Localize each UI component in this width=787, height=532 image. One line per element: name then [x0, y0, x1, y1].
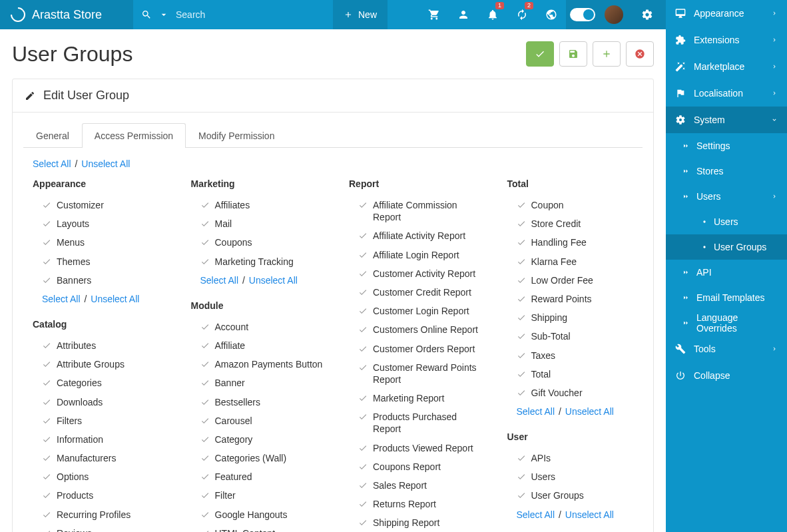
avatar[interactable] — [605, 5, 623, 24]
perm-item[interactable]: Shipping — [507, 308, 643, 327]
perm-item[interactable]: Filter — [191, 486, 327, 505]
toggle-switch[interactable] — [570, 8, 595, 21]
perm-item[interactable]: Customer Activity Report — [349, 264, 485, 283]
perm-item[interactable]: HTML Content — [191, 524, 327, 532]
search-icon[interactable] — [141, 9, 152, 20]
perm-item[interactable]: Bestsellers — [191, 393, 327, 411]
perm-item[interactable]: Reward Points — [507, 290, 643, 308]
perm-item[interactable]: Total — [507, 365, 643, 384]
sidebar-item-localisation[interactable]: Localisation — [666, 80, 787, 107]
delete-button[interactable] — [626, 41, 654, 67]
perm-item[interactable]: Affiliate Login Report — [349, 246, 485, 264]
perm-item[interactable]: Affiliate Commission Report — [349, 196, 485, 226]
tab-access-permission[interactable]: Access Permission — [82, 123, 186, 148]
perm-item[interactable]: Manufacturers — [33, 449, 168, 467]
select-all-link[interactable]: Select All — [42, 294, 81, 304]
sidebar-item-api[interactable]: API — [666, 260, 787, 285]
perm-item[interactable]: Products Viewed Report — [349, 439, 485, 457]
select-all-link[interactable]: Select All — [33, 158, 71, 169]
notifications-button[interactable]: 1 — [478, 0, 507, 29]
perm-item[interactable]: Sales Report — [349, 476, 485, 495]
select-all-link[interactable]: Select All — [517, 406, 555, 417]
perm-item[interactable]: Coupons Report — [349, 457, 485, 476]
sidebar-item-language-overrides[interactable]: Language Overrides — [666, 310, 787, 336]
sidebar-item-system[interactable]: System — [666, 107, 787, 133]
perm-item[interactable]: Account — [191, 318, 327, 336]
refresh-button[interactable]: 2 — [507, 0, 537, 29]
search-input[interactable] — [176, 9, 309, 20]
brand[interactable]: Arastta Store — [0, 0, 133, 29]
unselect-all-link[interactable]: Unselect All — [249, 275, 298, 286]
perm-item[interactable]: Google Hangouts — [191, 505, 327, 524]
perm-item[interactable]: Products — [33, 486, 168, 505]
perm-item[interactable]: Customer Reward Points Report — [349, 358, 485, 389]
save-apply-button[interactable] — [526, 41, 554, 67]
perm-item[interactable]: Options — [33, 467, 168, 486]
unselect-all-link[interactable]: Unselect All — [81, 158, 130, 169]
sidebar-item-users[interactable]: Users — [666, 209, 787, 234]
perm-item[interactable]: Downloads — [33, 393, 168, 411]
perm-item[interactable]: Categories — [33, 374, 168, 392]
save-button[interactable] — [559, 41, 587, 67]
perm-item[interactable]: Handling Fee — [507, 233, 643, 252]
perm-item[interactable]: Customers Online Report — [349, 320, 485, 339]
sidebar-item-settings[interactable]: Settings — [666, 133, 787, 158]
perm-item[interactable]: Attribute Groups — [33, 355, 168, 374]
perm-item[interactable]: Layouts — [33, 214, 168, 233]
perm-item[interactable]: Users — [507, 467, 643, 486]
perm-item[interactable]: Reviews — [33, 524, 168, 532]
perm-item[interactable]: Customer Login Report — [349, 302, 485, 320]
tab-general[interactable]: General — [23, 123, 82, 148]
perm-item[interactable]: Returns Report — [349, 495, 485, 513]
perm-item[interactable]: Featured — [191, 467, 327, 486]
unselect-all-link[interactable]: Unselect All — [565, 406, 614, 417]
perm-item[interactable]: Menus — [33, 233, 168, 252]
perm-item[interactable]: Customizer — [33, 196, 168, 214]
perm-item[interactable]: User Groups — [507, 486, 643, 505]
perm-item[interactable]: Categories (Wall) — [191, 449, 327, 467]
select-all-link[interactable]: Select All — [517, 509, 555, 520]
perm-item[interactable]: Information — [33, 430, 168, 449]
perm-item[interactable]: Products Purchased Report — [349, 407, 485, 438]
perm-item[interactable]: Mail — [191, 214, 327, 233]
sidebar-item-users[interactable]: Users — [666, 184, 787, 209]
perm-item[interactable]: Coupon — [507, 196, 643, 214]
perm-item[interactable]: Customer Orders Report — [349, 340, 485, 358]
perm-item[interactable]: Themes — [33, 252, 168, 271]
perm-item[interactable]: APIs — [507, 449, 643, 467]
perm-item[interactable]: Carousel — [191, 411, 327, 430]
perm-item[interactable]: Filters — [33, 411, 168, 430]
perm-item[interactable]: Low Order Fee — [507, 271, 643, 290]
sidebar-item-email-templates[interactable]: Email Templates — [666, 285, 787, 310]
unselect-all-link[interactable]: Unselect All — [565, 509, 614, 520]
perm-item[interactable]: Marketing Tracking — [191, 252, 327, 271]
perm-item[interactable]: Recurring Profiles — [33, 505, 168, 524]
perm-item[interactable]: Banner — [191, 374, 327, 392]
sidebar-item-tools[interactable]: Tools — [666, 336, 787, 362]
sidebar-item-user-groups[interactable]: User Groups — [666, 234, 787, 260]
select-all-link[interactable]: Select All — [200, 275, 239, 286]
unselect-all-link[interactable]: Unselect All — [91, 294, 139, 304]
perm-item[interactable]: Affiliates — [191, 196, 327, 214]
perm-item[interactable]: Affiliate Activity Report — [349, 226, 485, 245]
perm-item[interactable]: Marketing Report — [349, 389, 485, 407]
sidebar-item-extensions[interactable]: Extensions — [666, 27, 787, 53]
perm-item[interactable]: Gift Voucher — [507, 384, 643, 402]
add-button[interactable] — [593, 41, 621, 67]
globe-button[interactable] — [537, 0, 566, 29]
user-button[interactable] — [449, 0, 478, 29]
settings-button[interactable] — [633, 0, 662, 29]
sidebar-item-appearance[interactable]: Appearance — [666, 0, 787, 27]
perm-item[interactable]: Taxes — [507, 346, 643, 365]
perm-item[interactable]: Store Credit — [507, 214, 643, 233]
perm-item[interactable]: Customer Credit Report — [349, 283, 485, 302]
new-button[interactable]: New — [333, 0, 388, 29]
perm-item[interactable]: Coupons — [191, 233, 327, 252]
perm-item[interactable]: Attributes — [33, 336, 168, 355]
perm-item[interactable]: Amazon Payments Button — [191, 355, 327, 374]
sidebar-item-marketplace[interactable]: Marketplace — [666, 53, 787, 80]
tab-modify-permission[interactable]: Modify Permission — [186, 123, 287, 148]
sidebar-item-collapse[interactable]: Collapse — [666, 362, 787, 389]
perm-item[interactable]: Sub-Total — [507, 327, 643, 346]
perm-item[interactable]: Klarna Fee — [507, 252, 643, 271]
